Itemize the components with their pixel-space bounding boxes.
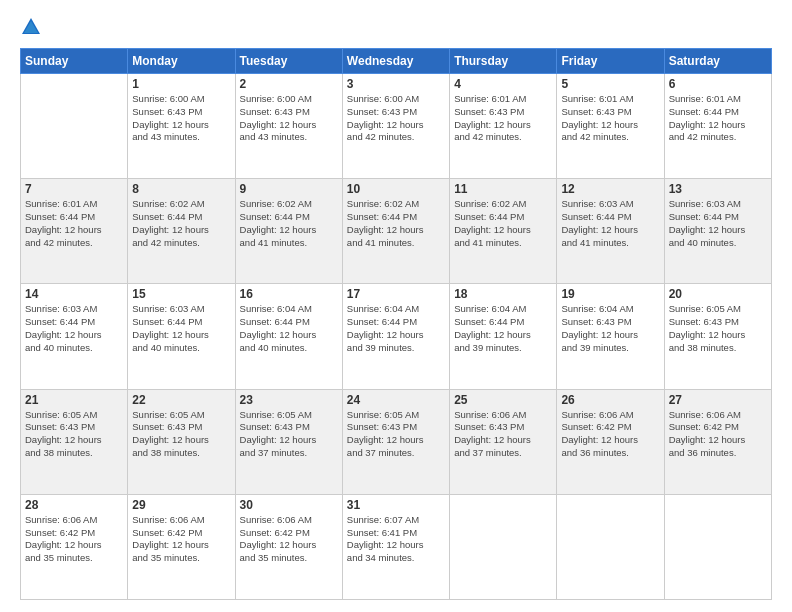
calendar-day-header: Wednesday — [342, 49, 449, 74]
cell-info: Sunrise: 6:01 AMSunset: 6:43 PMDaylight:… — [454, 93, 552, 144]
cell-info: Sunrise: 6:05 AMSunset: 6:43 PMDaylight:… — [25, 409, 123, 460]
calendar-cell: 8Sunrise: 6:02 AMSunset: 6:44 PMDaylight… — [128, 179, 235, 284]
calendar-cell: 26Sunrise: 6:06 AMSunset: 6:42 PMDayligh… — [557, 389, 664, 494]
calendar-cell — [557, 494, 664, 599]
calendar-cell: 31Sunrise: 6:07 AMSunset: 6:41 PMDayligh… — [342, 494, 449, 599]
cell-info: Sunrise: 6:03 AMSunset: 6:44 PMDaylight:… — [25, 303, 123, 354]
day-number: 17 — [347, 287, 445, 301]
logo-icon — [20, 16, 42, 38]
cell-info: Sunrise: 6:04 AMSunset: 6:43 PMDaylight:… — [561, 303, 659, 354]
day-number: 12 — [561, 182, 659, 196]
cell-info: Sunrise: 6:06 AMSunset: 6:42 PMDaylight:… — [669, 409, 767, 460]
day-number: 16 — [240, 287, 338, 301]
cell-info: Sunrise: 6:04 AMSunset: 6:44 PMDaylight:… — [240, 303, 338, 354]
calendar-cell: 27Sunrise: 6:06 AMSunset: 6:42 PMDayligh… — [664, 389, 771, 494]
calendar-cell: 30Sunrise: 6:06 AMSunset: 6:42 PMDayligh… — [235, 494, 342, 599]
day-number: 5 — [561, 77, 659, 91]
cell-info: Sunrise: 6:02 AMSunset: 6:44 PMDaylight:… — [454, 198, 552, 249]
cell-info: Sunrise: 6:06 AMSunset: 6:42 PMDaylight:… — [25, 514, 123, 565]
calendar-cell: 13Sunrise: 6:03 AMSunset: 6:44 PMDayligh… — [664, 179, 771, 284]
cell-info: Sunrise: 6:02 AMSunset: 6:44 PMDaylight:… — [132, 198, 230, 249]
cell-info: Sunrise: 6:02 AMSunset: 6:44 PMDaylight:… — [240, 198, 338, 249]
day-number: 1 — [132, 77, 230, 91]
day-number: 26 — [561, 393, 659, 407]
day-number: 31 — [347, 498, 445, 512]
day-number: 29 — [132, 498, 230, 512]
cell-info: Sunrise: 6:03 AMSunset: 6:44 PMDaylight:… — [132, 303, 230, 354]
calendar-header-row: SundayMondayTuesdayWednesdayThursdayFrid… — [21, 49, 772, 74]
cell-info: Sunrise: 6:07 AMSunset: 6:41 PMDaylight:… — [347, 514, 445, 565]
cell-info: Sunrise: 6:03 AMSunset: 6:44 PMDaylight:… — [561, 198, 659, 249]
calendar-cell: 1Sunrise: 6:00 AMSunset: 6:43 PMDaylight… — [128, 74, 235, 179]
day-number: 6 — [669, 77, 767, 91]
cell-info: Sunrise: 6:04 AMSunset: 6:44 PMDaylight:… — [454, 303, 552, 354]
page: SundayMondayTuesdayWednesdayThursdayFrid… — [0, 0, 792, 612]
day-number: 13 — [669, 182, 767, 196]
calendar-cell: 9Sunrise: 6:02 AMSunset: 6:44 PMDaylight… — [235, 179, 342, 284]
calendar-day-header: Friday — [557, 49, 664, 74]
day-number: 28 — [25, 498, 123, 512]
cell-info: Sunrise: 6:01 AMSunset: 6:44 PMDaylight:… — [25, 198, 123, 249]
cell-info: Sunrise: 6:04 AMSunset: 6:44 PMDaylight:… — [347, 303, 445, 354]
calendar-cell: 21Sunrise: 6:05 AMSunset: 6:43 PMDayligh… — [21, 389, 128, 494]
calendar-cell: 6Sunrise: 6:01 AMSunset: 6:44 PMDaylight… — [664, 74, 771, 179]
calendar-cell: 19Sunrise: 6:04 AMSunset: 6:43 PMDayligh… — [557, 284, 664, 389]
cell-info: Sunrise: 6:06 AMSunset: 6:42 PMDaylight:… — [240, 514, 338, 565]
day-number: 18 — [454, 287, 552, 301]
calendar-cell: 7Sunrise: 6:01 AMSunset: 6:44 PMDaylight… — [21, 179, 128, 284]
day-number: 25 — [454, 393, 552, 407]
calendar-week-row: 7Sunrise: 6:01 AMSunset: 6:44 PMDaylight… — [21, 179, 772, 284]
day-number: 9 — [240, 182, 338, 196]
calendar-cell: 12Sunrise: 6:03 AMSunset: 6:44 PMDayligh… — [557, 179, 664, 284]
day-number: 20 — [669, 287, 767, 301]
calendar-cell: 24Sunrise: 6:05 AMSunset: 6:43 PMDayligh… — [342, 389, 449, 494]
cell-info: Sunrise: 6:02 AMSunset: 6:44 PMDaylight:… — [347, 198, 445, 249]
calendar-cell: 17Sunrise: 6:04 AMSunset: 6:44 PMDayligh… — [342, 284, 449, 389]
calendar-week-row: 1Sunrise: 6:00 AMSunset: 6:43 PMDaylight… — [21, 74, 772, 179]
calendar-day-header: Saturday — [664, 49, 771, 74]
day-number: 24 — [347, 393, 445, 407]
calendar-cell: 29Sunrise: 6:06 AMSunset: 6:42 PMDayligh… — [128, 494, 235, 599]
day-number: 23 — [240, 393, 338, 407]
day-number: 27 — [669, 393, 767, 407]
cell-info: Sunrise: 6:03 AMSunset: 6:44 PMDaylight:… — [669, 198, 767, 249]
cell-info: Sunrise: 6:05 AMSunset: 6:43 PMDaylight:… — [347, 409, 445, 460]
cell-info: Sunrise: 6:05 AMSunset: 6:43 PMDaylight:… — [132, 409, 230, 460]
day-number: 22 — [132, 393, 230, 407]
calendar-week-row: 14Sunrise: 6:03 AMSunset: 6:44 PMDayligh… — [21, 284, 772, 389]
day-number: 10 — [347, 182, 445, 196]
logo — [20, 16, 46, 38]
calendar-cell — [450, 494, 557, 599]
cell-info: Sunrise: 6:05 AMSunset: 6:43 PMDaylight:… — [669, 303, 767, 354]
cell-info: Sunrise: 6:01 AMSunset: 6:44 PMDaylight:… — [669, 93, 767, 144]
calendar-day-header: Tuesday — [235, 49, 342, 74]
calendar-table: SundayMondayTuesdayWednesdayThursdayFrid… — [20, 48, 772, 600]
calendar-cell — [21, 74, 128, 179]
day-number: 3 — [347, 77, 445, 91]
calendar-cell: 23Sunrise: 6:05 AMSunset: 6:43 PMDayligh… — [235, 389, 342, 494]
calendar-cell: 14Sunrise: 6:03 AMSunset: 6:44 PMDayligh… — [21, 284, 128, 389]
calendar-cell: 11Sunrise: 6:02 AMSunset: 6:44 PMDayligh… — [450, 179, 557, 284]
calendar-cell: 4Sunrise: 6:01 AMSunset: 6:43 PMDaylight… — [450, 74, 557, 179]
cell-info: Sunrise: 6:06 AMSunset: 6:42 PMDaylight:… — [132, 514, 230, 565]
day-number: 30 — [240, 498, 338, 512]
calendar-cell: 18Sunrise: 6:04 AMSunset: 6:44 PMDayligh… — [450, 284, 557, 389]
day-number: 7 — [25, 182, 123, 196]
header — [20, 16, 772, 38]
calendar-cell: 28Sunrise: 6:06 AMSunset: 6:42 PMDayligh… — [21, 494, 128, 599]
day-number: 4 — [454, 77, 552, 91]
calendar-week-row: 21Sunrise: 6:05 AMSunset: 6:43 PMDayligh… — [21, 389, 772, 494]
day-number: 14 — [25, 287, 123, 301]
cell-info: Sunrise: 6:06 AMSunset: 6:43 PMDaylight:… — [454, 409, 552, 460]
day-number: 19 — [561, 287, 659, 301]
calendar-day-header: Sunday — [21, 49, 128, 74]
calendar-cell: 3Sunrise: 6:00 AMSunset: 6:43 PMDaylight… — [342, 74, 449, 179]
calendar-cell — [664, 494, 771, 599]
cell-info: Sunrise: 6:00 AMSunset: 6:43 PMDaylight:… — [132, 93, 230, 144]
calendar-day-header: Thursday — [450, 49, 557, 74]
calendar-week-row: 28Sunrise: 6:06 AMSunset: 6:42 PMDayligh… — [21, 494, 772, 599]
calendar-cell: 25Sunrise: 6:06 AMSunset: 6:43 PMDayligh… — [450, 389, 557, 494]
calendar-cell: 22Sunrise: 6:05 AMSunset: 6:43 PMDayligh… — [128, 389, 235, 494]
cell-info: Sunrise: 6:01 AMSunset: 6:43 PMDaylight:… — [561, 93, 659, 144]
day-number: 2 — [240, 77, 338, 91]
